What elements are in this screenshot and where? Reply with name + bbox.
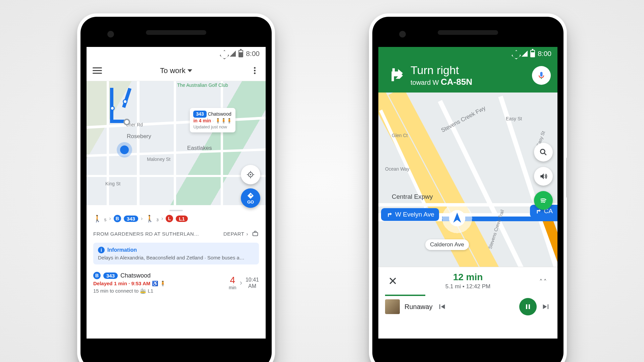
close-button[interactable] — [385, 273, 400, 289]
bus-number-chip: 343 — [124, 216, 138, 222]
close-icon — [388, 277, 397, 285]
status-bar: 8:00 — [378, 47, 557, 60]
instruction-road: CA-85N — [441, 77, 472, 87]
cell-signal-icon — [230, 51, 236, 57]
microphone-icon — [537, 71, 546, 80]
overflow-button[interactable] — [250, 66, 260, 75]
screen-left: 8:00 To work The Australian Golf Club Ro… — [87, 47, 266, 339]
chevron-right-icon: › — [247, 231, 249, 237]
bottom-sheet[interactable]: 🚶5 › B 343 › 🚶3 › L L1 FROM GARDENERS RD… — [87, 205, 266, 294]
route-origin-dot — [123, 119, 130, 125]
menu-button[interactable] — [93, 66, 102, 75]
music-bar[interactable]: Runaway — [378, 295, 557, 322]
map-view[interactable]: The Australian Golf Club Rosebery Eastla… — [87, 81, 266, 205]
voice-search-button[interactable] — [532, 66, 551, 85]
locate-me-button[interactable] — [241, 165, 260, 184]
current-street-pill: W Evelyn Ave — [381, 208, 439, 221]
screen-right: 8:00 Turn right toward W CA-85N — [378, 47, 557, 339]
route-summary: 🚶5 › B 343 › 🚶3 › L L1 — [93, 215, 259, 223]
trip-option[interactable]: B 343 Chatswood Delayed 1 min · 9:53 AM … — [93, 272, 259, 294]
trip-arrival-time: 10:41 — [246, 277, 259, 283]
map-label-rosebery: Rosebery — [127, 133, 151, 140]
pause-icon — [524, 303, 532, 311]
trip-delay: Delayed 1 min · 9:53 AM — [93, 281, 150, 286]
phone-camera — [107, 31, 114, 38]
phone-speaker — [146, 30, 206, 35]
map-label-glen: Glen Ct — [392, 133, 408, 138]
info-icon: i — [98, 247, 105, 253]
search-icon — [539, 148, 548, 157]
phone-side-button — [566, 158, 568, 198]
turn-right-icon — [385, 65, 405, 86]
alternate-routes-button[interactable] — [535, 273, 551, 289]
destination-dropdown[interactable]: To work — [160, 66, 192, 75]
svg-rect-6 — [529, 304, 530, 309]
phone-speaker — [438, 30, 498, 35]
transit-callout[interactable]: 343 Chatswood in 4 min · 🧍🧍🧍 Updated jus… — [190, 108, 235, 132]
chevron-down-icon — [187, 68, 192, 73]
instruction-text: Turn right — [411, 64, 472, 77]
wifi-icon — [512, 50, 519, 57]
wifi-icon — [220, 50, 227, 57]
trip-minutes: 4 — [229, 276, 236, 285]
drag-handle[interactable] — [169, 210, 183, 211]
album-art — [385, 299, 400, 314]
app-bar: To work — [87, 60, 266, 81]
info-title: Information — [107, 247, 137, 253]
volume-icon — [539, 172, 548, 181]
previous-track-button[interactable] — [437, 302, 446, 311]
destination-label: To work — [160, 66, 185, 75]
occupancy-icon: · 🧍🧍🧍 — [212, 118, 232, 123]
walk-icon: 🚶 — [93, 215, 102, 223]
eta-bar[interactable]: 12 min 5.1 mi • 12:42 PM — [378, 267, 557, 295]
map-label-golf: The Australian Golf Club — [177, 82, 228, 88]
info-body: Delays in Alexandria, Beaconsfield and Z… — [98, 255, 254, 260]
navigation-banner[interactable]: Turn right toward W CA-85N — [378, 60, 557, 93]
line-letter-chip: L — [166, 215, 173, 222]
go-button[interactable]: GO — [241, 188, 260, 208]
callout-updated: Updated just now — [193, 124, 232, 130]
bus-letter-chip: B — [93, 272, 101, 279]
walk-icon: 🚶 — [146, 215, 154, 223]
depart-button[interactable]: DEPART › — [223, 231, 248, 237]
search-button[interactable] — [534, 143, 553, 162]
phone-camera — [399, 31, 406, 38]
chevron-right-icon: › — [161, 215, 163, 222]
callout-destination: Chatswood — [208, 111, 231, 117]
chevron-right-icon: › — [141, 215, 143, 222]
next-track-button[interactable] — [541, 302, 551, 311]
bus-letter-chip: B — [114, 215, 121, 222]
info-alert[interactable]: i Information Delays in Alexandria, Beac… — [93, 243, 259, 264]
map-label-calderon: Calderon Ave — [425, 239, 469, 250]
navigation-arrow-icon — [450, 212, 464, 225]
navigation-map[interactable]: Stevens Creek Fwy Glen Ct Ocean Way Easy… — [378, 93, 557, 267]
svg-point-3 — [540, 149, 545, 154]
svg-rect-2 — [253, 232, 258, 236]
callout-eta: in 4 min — [193, 118, 211, 123]
tram-icon: 🚋 — [140, 288, 146, 294]
map-label-easy: Easy St — [506, 116, 522, 121]
chevron-right-icon: › — [109, 215, 111, 222]
status-time: 8:00 — [538, 50, 551, 58]
svg-point-1 — [250, 174, 251, 175]
map-label-maloney: Maloney St — [147, 157, 170, 162]
briefcase-icon[interactable] — [252, 230, 259, 237]
current-position-marker — [442, 203, 472, 233]
go-label: GO — [247, 199, 254, 204]
map-label-central: Central Expwy — [392, 193, 433, 200]
play-pause-button[interactable] — [519, 298, 537, 315]
audio-button[interactable] — [534, 167, 553, 186]
phone-right: 8:00 Turn right toward W CA-85N — [369, 13, 567, 362]
map-label-eastlakes: Eastlakes — [187, 145, 212, 152]
eta-detail: 5.1 mi • 12:42 PM — [445, 283, 490, 290]
accessibility-icon: ♿ 🧍 — [152, 281, 166, 286]
track-title: Runaway — [405, 303, 432, 311]
svg-rect-5 — [526, 304, 527, 309]
spotify-icon — [538, 195, 548, 205]
status-time: 8:00 — [246, 50, 260, 58]
spotify-button[interactable] — [534, 191, 553, 210]
route-badge: 343 — [193, 111, 206, 118]
bus-number-chip: 343 — [103, 273, 118, 279]
trip-destination: Chatswood — [120, 272, 151, 279]
battery-icon — [530, 50, 535, 57]
